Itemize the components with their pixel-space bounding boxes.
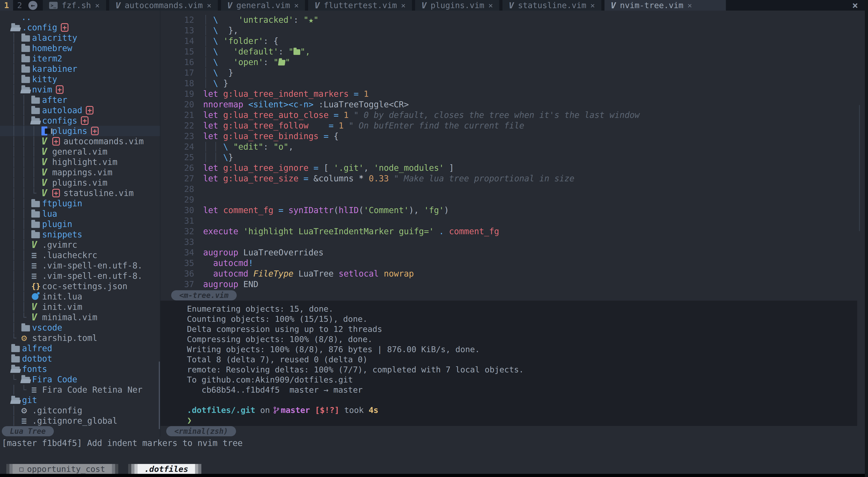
tree-item-.gitconfig[interactable]: │ ⚙.gitconfig: [0, 405, 160, 416]
editor-line[interactable]: 36 autocmd FileType LuaTree setlocal now…: [160, 268, 865, 279]
tree-item-.vim-spell-en.utf-8.[interactable]: │ │ ≡.vim-spell-en.utf-8.: [0, 271, 160, 281]
tree-guide: └: [11, 333, 21, 343]
tab-close-icon[interactable]: ×: [401, 1, 405, 10]
tree-scrollbar[interactable]: [159, 362, 160, 429]
editor-line[interactable]: 26let g:lua_tree_ignore = [ '.git', 'nod…: [160, 163, 865, 173]
tab-close-icon[interactable]: ×: [590, 1, 595, 10]
right-column: 12│ \ 'untracked': "★"13│ \ },14│ \ 'fol…: [160, 10, 865, 437]
editor-scrollbar[interactable]: [859, 105, 860, 231]
editor-line[interactable]: 35 autocmd!: [160, 258, 865, 268]
tree-item-iterm2[interactable]: │ iterm2: [0, 53, 160, 64]
tree-item-coc-settings.json[interactable]: │ │ {}coc-settings.json: [0, 281, 160, 292]
tree-item-autocommands.vim[interactable]: │ │ │ V+autocommands.vim: [0, 136, 160, 146]
tree-item-minimal.vim[interactable]: │ └ Vminimal.vim: [0, 312, 160, 322]
line-number: 23: [160, 131, 203, 141]
tab-close-icon[interactable]: ×: [687, 1, 692, 10]
editor-line[interactable]: 37augroup END: [160, 279, 865, 289]
tree-item-plugins[interactable]: │ │ │ plugins+: [0, 126, 160, 136]
editor-line[interactable]: 28: [160, 184, 865, 194]
tab-general.vim[interactable]: Vgeneral.vim×: [221, 0, 305, 10]
editor-line[interactable]: 12│ \ 'untracked': "★": [160, 14, 865, 25]
tree-item-lua[interactable]: │ │ lua: [0, 209, 160, 219]
tree-item-ftplugin[interactable]: │ │ ftplugin: [0, 198, 160, 209]
tree-item-init.vim[interactable]: │ │ Vinit.vim: [0, 302, 160, 312]
tab-close-icon[interactable]: ×: [488, 1, 493, 10]
terminal-pane[interactable]: Enumerating objects: 15, done.Counting o…: [160, 301, 857, 426]
tree-item-general.vim[interactable]: │ │ │ Vgeneral.vim: [0, 146, 160, 157]
editor-line[interactable]: 34augroup LuaTreeOverrides: [160, 247, 865, 258]
tree-item-git[interactable]: git: [0, 395, 160, 405]
close-all-icon[interactable]: ×: [845, 0, 865, 10]
tree-item-highlight.vim[interactable]: │ │ │ Vhighlight.vim: [0, 157, 160, 167]
tree-item-fonts[interactable]: fonts: [0, 364, 160, 374]
tree-item-alfred[interactable]: alfred: [0, 343, 160, 353]
tree-item-after[interactable]: │ │ after: [0, 95, 160, 105]
tmux-window-.dotfiles[interactable]: .dotfiles: [128, 464, 202, 474]
editor-line[interactable]: 27let g:lua_tree_size = &columns * 0.33 …: [160, 173, 865, 184]
tree-item-nvim[interactable]: │ nvim+: [0, 84, 160, 95]
tree-item-label: snippets: [42, 230, 82, 239]
tree-item-.vim-spell-en.utf-8.[interactable]: │ │ ≡.vim-spell-en.utf-8.: [0, 260, 160, 271]
tree-item-Fira-Code-Retina-Ner[interactable]: │ └ ≡Fira Code Retina Ner: [0, 384, 160, 395]
editor-line[interactable]: 22let g:lua_tree_follow = 1 " On bufEnte…: [160, 121, 865, 131]
tabpage-1[interactable]: 1: [0, 0, 13, 10]
tab-nvim-tree.vim[interactable]: Vnvim-tree.vim×: [604, 0, 726, 10]
editor-line[interactable]: 32execute 'highlight LuaTreeIndentMarker…: [160, 226, 865, 237]
tab-close-icon[interactable]: ×: [207, 1, 211, 10]
tab-plugins.vim[interactable]: Vplugins.vim×: [415, 0, 499, 10]
tree-item-configs[interactable]: │ │ configs+: [0, 115, 160, 126]
tab-close-icon[interactable]: ×: [95, 1, 99, 10]
tree-item-label: nvim: [32, 85, 52, 95]
editor-line[interactable]: 13│ \ },: [160, 25, 865, 36]
tree-item-plugin[interactable]: │ │ plugin: [0, 219, 160, 229]
tmux-window-opportunity_cost[interactable]: □opportunity_cost: [6, 464, 118, 474]
tree-item-karabiner[interactable]: │ karabiner: [0, 64, 160, 74]
tree-item-statusline.vim[interactable]: │ │ └ V+statusline.vim: [0, 188, 160, 198]
editor-line[interactable]: 19let g:lua_tree_indent_markers = 1: [160, 89, 865, 99]
tree-item-homebrew[interactable]: │ homebrew: [0, 43, 160, 53]
tree-item-mappings.vim[interactable]: │ │ │ Vmappings.vim: [0, 167, 160, 177]
tree-guide: │ │: [11, 240, 31, 250]
editor-line[interactable]: 17│ \ }: [160, 68, 865, 78]
tree-item-.luacheckrc[interactable]: │ │ ≡.luacheckrc: [0, 250, 160, 260]
tree-status-pill: Lua Tree: [2, 426, 54, 436]
back-arrow-icon[interactable]: ←: [28, 1, 37, 10]
folder-icon: [11, 355, 22, 363]
tab-close-icon[interactable]: ×: [294, 1, 299, 10]
editor-line[interactable]: 16│ \ 'open': "": [160, 57, 865, 68]
tree-item-dotbot[interactable]: dotbot: [0, 353, 160, 364]
editor-line[interactable]: 25│ │ \}: [160, 152, 865, 163]
editor-line[interactable]: 33: [160, 237, 865, 247]
editor-line[interactable]: 14│ \ 'folder': {: [160, 36, 865, 46]
editor-line[interactable]: 23let g:lua_tree_bindings = {: [160, 131, 865, 141]
tree-item-.config[interactable]: .config+: [0, 22, 160, 33]
tree-item-autoload[interactable]: │ │ autoload+: [0, 105, 160, 115]
editor-line[interactable]: 29: [160, 194, 865, 205]
tree-item-starship.toml[interactable]: └ ⚙starship.toml: [0, 333, 160, 343]
tree-item-alacritty[interactable]: │ alacritty: [0, 33, 160, 43]
editor-line[interactable]: 18│ \ }: [160, 78, 865, 89]
tab-fzf.sh[interactable]: >_fzf.sh×: [43, 0, 106, 10]
editor-line[interactable]: 24│ │ \ "edit": "o",: [160, 141, 865, 152]
tree-item-.gvimrc[interactable]: │ │ V.gvimrc: [0, 240, 160, 250]
tree-item-snippets[interactable]: │ │ snippets: [0, 229, 160, 240]
editor-line[interactable]: 15│ \ 'default': "",: [160, 46, 865, 57]
tree-item-init.lua[interactable]: │ │ init.lua: [0, 292, 160, 302]
tree-item-Fira-Code[interactable]: └ Fira Code: [0, 374, 160, 384]
tree-item-.gitignore-global[interactable]: │ ≡.gitignore_global: [0, 416, 160, 426]
line-number: 31: [160, 216, 203, 226]
tabpage-2[interactable]: 2: [13, 0, 26, 10]
editor-buffer[interactable]: 12│ \ 'untracked': "★"13│ \ },14│ \ 'fol…: [160, 10, 865, 290]
tab-autocommands.vim[interactable]: Vautocommands.vim×: [109, 0, 218, 10]
tree-item-vscode[interactable]: │ vscode: [0, 322, 160, 333]
editor-line[interactable]: 21let g:lua_tree_auto_close = 1 " 0 by d…: [160, 110, 865, 121]
tab-statusline.vim[interactable]: Vstatusline.vim×: [502, 0, 601, 10]
tree-item-..[interactable]: ..: [0, 12, 160, 22]
tree-item-kitty[interactable]: │ kitty: [0, 74, 160, 84]
editor-line[interactable]: 20nnoremap <silent><c-n> :LuaTreeToggle<…: [160, 99, 865, 110]
tab-fluttertest.vim[interactable]: Vfluttertest.vim×: [308, 0, 412, 10]
code-text: │ │ \}: [203, 152, 233, 162]
tree-item-plugins.vim[interactable]: │ │ │ Vplugins.vim: [0, 177, 160, 188]
editor-line[interactable]: 31: [160, 215, 865, 226]
editor-line[interactable]: 30let comment_fg = synIDattr(hlID('Comme…: [160, 205, 865, 215]
